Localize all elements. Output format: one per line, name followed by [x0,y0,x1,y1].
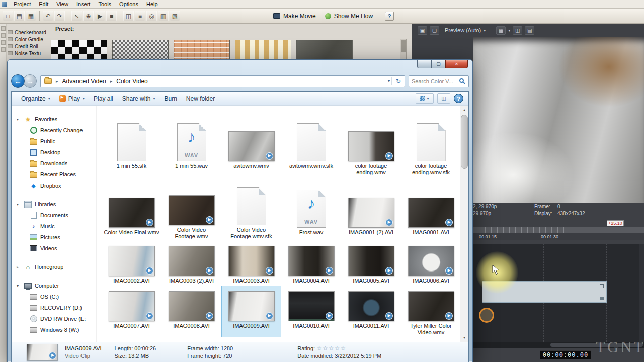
sidebar-item-windows8-w[interactable]: Windows 8 (W:) [12,324,96,335]
file-item[interactable]: IMAG0008.AVI [162,286,221,337]
undo-icon[interactable]: ↶ [43,11,53,21]
context-help-icon[interactable]: ? [385,12,394,21]
save-snapshot-icon[interactable]: ▤ [525,26,534,35]
sidebar-group-homegroup[interactable]: Homegroup [12,261,96,273]
new-project-icon[interactable]: □ [3,11,13,21]
timeline-vscrollbar[interactable] [639,244,644,342]
split-icon[interactable]: ◫ [123,11,134,21]
menu-tools[interactable]: Tools [94,1,115,8]
breadcrumb-advanced-video[interactable]: Advanced Video [61,77,108,86]
menu-options[interactable]: Options [115,1,142,8]
sidebar-item-desktop[interactable]: Desktop [12,147,96,158]
file-item[interactable]: IMAG0001 (2).AVI [341,179,401,241]
grid-icon[interactable]: ▥ [158,11,169,21]
preview-pane-button[interactable] [437,93,450,104]
menu-project[interactable]: Project [10,1,35,8]
generator-item-checkerboard[interactable]: Checkerboard [8,29,49,36]
help-button[interactable]: ? [454,94,463,103]
overlays-icon[interactable]: ▦ [496,26,506,35]
generator-item-noise-texture[interactable]: Noise Textu [8,50,49,57]
search-box[interactable] [409,75,469,87]
expander-icon[interactable] [17,117,21,122]
scrollbar-thumb[interactable] [461,115,468,169]
file-item[interactable]: IMAG0001.AVI [401,179,460,241]
sidebar-item-dvd-e[interactable]: DVD RW Drive (E: [12,313,96,324]
file-item[interactable]: IMAG0007.AVI [102,286,162,337]
timeline-ruler[interactable] [473,227,644,233]
timeline-event[interactable] [482,281,607,303]
dock-icon[interactable] [1,26,6,31]
file-item[interactable]: Color Video Footage.wmv [162,179,221,241]
file-item[interactable]: avitowmv.wmv.sfk [281,108,341,179]
rating-stars[interactable]: ☆☆☆☆☆ [316,345,346,352]
scrollbar-thumb[interactable] [401,40,406,52]
sidebar-item-public[interactable]: Public [12,136,96,147]
new-folder-button[interactable]: New folder [182,94,219,104]
file-item[interactable]: IMAG0003 (2).AVI [162,241,221,286]
file-item[interactable]: IMAG0006.AVI [401,241,460,286]
list-icon[interactable]: ≡ [135,11,145,21]
sidebar-item-recent-places[interactable]: Recent Places [12,169,96,180]
close-button[interactable]: × [445,60,468,68]
file-item[interactable]: Color Video Footage.wmv.sfk [221,179,281,241]
search-input[interactable] [412,78,459,84]
stop-tool-icon[interactable]: ■ [106,11,117,21]
make-movie-button[interactable]: Make Movie [269,12,320,21]
menu-edit[interactable]: Edit [35,1,52,8]
expander-icon[interactable] [17,284,21,288]
file-item[interactable]: IMAG0003.AVI [221,241,281,286]
sidebar-item-recovery-d[interactable]: RECOVERY (D:) [12,302,96,313]
expander-icon[interactable] [17,202,21,207]
file-item-selected[interactable]: IMAG0009.AVI [221,286,281,337]
file-item[interactable]: WAV1 min 55.wav [162,108,221,179]
sidebar-item-recently-changed[interactable]: Recently Change [12,125,96,136]
file-item[interactable]: IMAG0004.AVI [281,241,341,286]
generator-item-credit-roll[interactable]: Credit Roll [8,43,49,50]
sidebar-item-os-c[interactable]: OS (C:) [12,291,96,302]
file-item[interactable]: WAVFrost.wav [281,179,341,241]
expander-icon[interactable] [17,265,21,269]
external-monitor-icon[interactable]: ▢ [430,26,439,35]
record-icon[interactable]: ◎ [146,11,157,21]
play-all-button[interactable]: Play all [89,94,118,104]
file-item[interactable]: IMAG0011.AVI [341,286,401,337]
generator-item-color-gradient[interactable]: Color Gradie [8,36,49,43]
sidebar-item-dropbox[interactable]: Dropbox [12,180,96,191]
file-item[interactable]: avitowmv.wmv [221,108,281,179]
file-item[interactable]: Color Video Final.wmv [102,179,162,241]
show-me-how-button[interactable]: Show Me How [321,12,377,21]
project-video-icon[interactable]: ▣ [418,26,427,35]
file-item[interactable]: 1 min 55.sfk [102,108,162,179]
snap-icon[interactable]: ⊕ [83,11,94,21]
menu-insert[interactable]: Insert [72,1,95,8]
dock-icon[interactable] [1,40,6,45]
menu-view[interactable]: View [52,1,72,8]
pattern-icon[interactable]: ▧ [170,11,180,21]
burn-button[interactable]: Burn [159,94,181,104]
file-item[interactable]: color footage ending.wmv.sfk [401,108,460,179]
file-item[interactable]: IMAG0005.AVI [341,241,401,286]
play-menu[interactable]: Play [55,94,89,104]
save-icon[interactable]: ▦ [26,11,36,21]
dock-icon[interactable] [1,33,6,38]
file-item[interactable]: Tyler Miller Color Video.wmv [401,286,460,337]
open-icon[interactable]: ▤ [14,11,25,21]
maximize-button[interactable]: ▢ [432,60,445,68]
forward-button[interactable] [23,74,37,88]
sidebar-item-downloads[interactable]: Downloads [12,158,96,169]
sidebar-group-favorites[interactable]: Favorites [12,114,96,125]
sidebar-item-pictures[interactable]: Pictures [12,232,96,243]
file-item[interactable]: IMAG0010.AVI [281,286,341,337]
redo-icon[interactable]: ↷ [54,11,65,21]
fade-handle-icon[interactable] [600,284,604,288]
file-item[interactable]: color footage ending.wmv [341,108,401,179]
sidebar-item-videos[interactable]: Videos [12,243,96,254]
event-fx-icon[interactable] [600,297,604,300]
sidebar-group-computer[interactable]: Computer [12,280,96,291]
scroll-up-icon[interactable] [460,106,468,114]
change-view-button[interactable] [416,93,434,104]
back-button[interactable] [11,74,25,88]
play-tool-icon[interactable]: ▶ [95,11,105,21]
breadcrumb-color-video[interactable]: Color Video [115,77,149,86]
file-item[interactable]: IMAG0002.AVI [102,241,162,286]
